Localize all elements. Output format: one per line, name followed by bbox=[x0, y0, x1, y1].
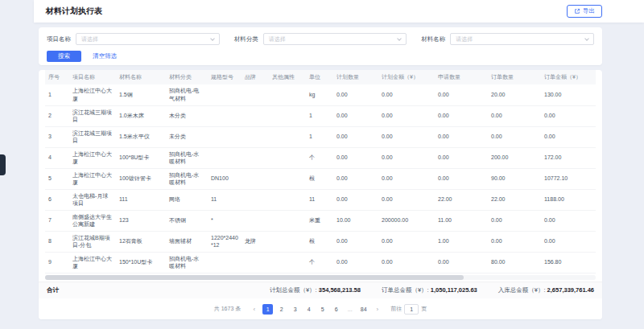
page-button[interactable]: 2 bbox=[276, 304, 287, 315]
table-cell: 网络 bbox=[166, 189, 208, 210]
table-cell: 不锈钢 bbox=[166, 210, 208, 231]
filter-label: 材料分类 bbox=[234, 35, 258, 43]
page-list: 123456...84 bbox=[262, 304, 369, 315]
page-button[interactable]: 6 bbox=[331, 304, 341, 315]
table-cell: 1.5米水平仪 bbox=[116, 126, 166, 147]
summary-label: 合计 bbox=[47, 286, 59, 294]
table-cell: 1 bbox=[45, 84, 69, 105]
table-cell bbox=[269, 231, 306, 252]
table-cell: 0.00 bbox=[488, 126, 541, 147]
page-button[interactable]: 84 bbox=[358, 304, 369, 315]
summary-item: 订单总金额（¥）: 1,050,117,025.63 bbox=[382, 286, 477, 294]
export-label: 导出 bbox=[583, 7, 595, 15]
table-cell: 木分类 bbox=[166, 105, 208, 126]
table-cell: 太仓电梯-月球项目 bbox=[69, 189, 116, 210]
table-cell: 0.00 bbox=[435, 252, 488, 273]
table-cell: 11 bbox=[306, 189, 333, 210]
material-name-select[interactable]: 请选择 bbox=[450, 33, 594, 45]
column-header: 订单数量 bbox=[488, 70, 541, 84]
chevron-down-icon bbox=[398, 36, 402, 41]
table-cell: 上海松江中心大厦 bbox=[69, 252, 116, 273]
table-header-row: 序号项目名称材料名称材料分类规格型号品牌其他属性单位计划数量计划金额（¥）申请数… bbox=[45, 70, 596, 84]
summary-item-label: 计划总金额（¥）: bbox=[270, 286, 319, 294]
table-cell: 100镀锌管卡 bbox=[116, 168, 166, 189]
page-ellipsis[interactable]: ... bbox=[345, 304, 355, 315]
column-header: 单位 bbox=[306, 70, 333, 84]
table-cell: 上海松江中心大厦 bbox=[69, 84, 116, 105]
export-button[interactable]: 导出 bbox=[567, 5, 602, 18]
table-row: 8滨江花城B期项目-分包12石膏板墙面辅材1220*2440*12龙牌根0.00… bbox=[45, 231, 596, 252]
table-cell: 0.00 bbox=[435, 105, 488, 126]
table-cell: 22.00 bbox=[435, 189, 488, 210]
table-cell: 0.00 bbox=[333, 168, 378, 189]
table-cell: 0.00 bbox=[435, 168, 488, 189]
table-cell: 1220*2440*12 bbox=[208, 231, 242, 252]
prev-page-button[interactable]: ‹ bbox=[249, 304, 259, 315]
table-cell: 10.00 bbox=[333, 210, 378, 231]
select-placeholder: 请选择 bbox=[456, 35, 473, 43]
table-cell: 80.00 bbox=[488, 252, 541, 273]
table-cell: 1188.00 bbox=[541, 189, 596, 210]
column-header: 项目名称 bbox=[69, 70, 116, 84]
table-cell: 1 bbox=[306, 126, 333, 147]
chevron-down-icon bbox=[210, 36, 215, 41]
table-cell bbox=[242, 126, 269, 147]
column-header: 订单金额（¥） bbox=[541, 70, 596, 84]
table-cell: 12石膏板 bbox=[116, 231, 166, 252]
topbar: 材料计划执行表 导出 bbox=[34, 0, 644, 23]
goto-page-input[interactable] bbox=[404, 304, 419, 315]
table-cell: 招商机电-水暖材料 bbox=[166, 147, 208, 168]
next-page-button[interactable]: › bbox=[372, 304, 382, 315]
summary-bar: 合计 计划总金额（¥）: 354,568,213.58订单总金额（¥）: 1,0… bbox=[39, 282, 602, 298]
page-title: 材料计划执行表 bbox=[46, 6, 102, 17]
summary-item-label: 订单总金额（¥）: bbox=[382, 286, 431, 294]
table-cell bbox=[269, 189, 306, 210]
filter-panel: 项目名称请选择材料分类请选择材料名称请选择 搜索 清空筛选 bbox=[39, 27, 602, 65]
table-cell: 11 bbox=[208, 189, 242, 210]
table-cell bbox=[242, 84, 269, 105]
table-cell: 172.00 bbox=[541, 147, 596, 168]
material-category-select[interactable]: 请选择 bbox=[263, 33, 407, 45]
page-button[interactable]: 5 bbox=[317, 304, 328, 315]
page-button[interactable]: 3 bbox=[290, 304, 300, 315]
table-cell bbox=[269, 84, 306, 105]
table-cell: 156.80 bbox=[541, 252, 596, 273]
table-cell: 150*10U型卡 bbox=[116, 252, 166, 273]
filter-group: 材料名称请选择 bbox=[421, 33, 594, 45]
horizontal-scrollbar[interactable] bbox=[45, 275, 596, 280]
table-cell bbox=[208, 105, 242, 126]
table-cell: 0.00 bbox=[378, 84, 435, 105]
table-cell: 20.00 bbox=[488, 84, 541, 105]
column-header: 申请数量 bbox=[435, 70, 488, 84]
summary-item-value: 2,657,339,761.46 bbox=[547, 286, 594, 294]
page-button[interactable]: 4 bbox=[303, 304, 314, 315]
table-cell bbox=[269, 252, 306, 273]
table-cell: 根 bbox=[306, 168, 333, 189]
table-cell: 0.00 bbox=[378, 252, 435, 273]
table-row: 1上海松江中心大厦1.5铜招商机电-电气材料kg0.000.000.0020.0… bbox=[45, 84, 596, 105]
summary-item: 入库总金额（¥）: 2,657,339,761.46 bbox=[498, 286, 594, 294]
table-cell: 0.00 bbox=[378, 189, 435, 210]
table-body: 1上海松江中心大厦1.5铜招商机电-电气材料kg0.000.000.0020.0… bbox=[45, 84, 596, 273]
pagination-total: 共 1673 条 bbox=[214, 305, 241, 313]
table-cell: 0.00 bbox=[378, 231, 435, 252]
table-cell: kg bbox=[306, 84, 333, 105]
table-row: 3滨江花城三期项目1.5米水平仪未分类10.000.000.000.000.00 bbox=[45, 126, 596, 147]
clear-filter-button[interactable]: 清空筛选 bbox=[93, 52, 117, 60]
page-button[interactable]: 1 bbox=[262, 304, 273, 315]
table-row: 2滨江花城三期项目1.0米木床木分类10.000.000.000.000.00 bbox=[45, 105, 596, 126]
table-cell: 上海松江中心大厦 bbox=[69, 168, 116, 189]
select-placeholder: 请选择 bbox=[81, 35, 98, 43]
table-cell: 0.00 bbox=[541, 231, 596, 252]
table-cell: 根 bbox=[306, 231, 333, 252]
horizontal-scrollbar-thumb[interactable] bbox=[45, 275, 464, 280]
project-name-select[interactable]: 请选择 bbox=[76, 33, 220, 45]
table-cell: 0.00 bbox=[541, 210, 596, 231]
search-button[interactable]: 搜索 bbox=[47, 51, 81, 62]
filter-label: 项目名称 bbox=[47, 35, 71, 43]
column-header: 序号 bbox=[45, 70, 69, 84]
table-cell: 滨江花城B期项目-分包 bbox=[69, 231, 116, 252]
table-cell: 111 bbox=[116, 189, 166, 210]
sidebar-expand-handle[interactable] bbox=[0, 154, 6, 175]
table-cell: 0.00 bbox=[488, 105, 541, 126]
